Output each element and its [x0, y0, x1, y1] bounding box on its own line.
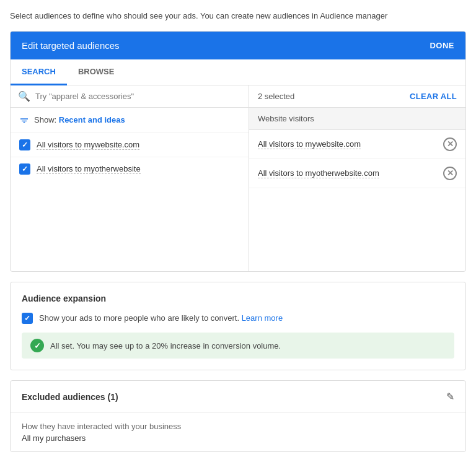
expansion-title: Audience expansion — [22, 294, 454, 303]
expansion-checkbox[interactable]: ✓ — [22, 313, 33, 324]
excluded-title: Excluded audiences (1) — [22, 392, 118, 402]
filter-row: Show: Recent and ideas — [11, 108, 249, 133]
remove-button-1[interactable]: ✕ — [443, 137, 457, 151]
success-text: All set. You may see up to a 20% increas… — [50, 341, 281, 350]
clear-all-button[interactable]: CLEAR ALL — [410, 92, 457, 101]
learn-more-link[interactable]: Learn more — [242, 313, 283, 323]
list-item: ✓ All visitors to mywebsite.com — [11, 133, 249, 157]
left-panel: 🔍 Show: Recent and ideas ✓ All visitors … — [11, 85, 249, 271]
excluded-header: Excluded audiences (1) ✎ — [11, 381, 465, 413]
filter-label: Show: Recent and ideas — [34, 115, 125, 124]
edit-icon[interactable]: ✎ — [446, 391, 454, 403]
page-description: Select audiences to define who should se… — [10, 10, 466, 22]
selected-bar: 2 selected CLEAR ALL — [249, 85, 465, 108]
table-row: All visitors to mywebsite.com ✕ — [249, 130, 465, 159]
search-input[interactable] — [35, 92, 241, 101]
search-box: 🔍 — [11, 85, 249, 108]
success-banner: ✓ All set. You may see up to a 20% incre… — [22, 333, 454, 359]
excluded-item: All my purchasers — [22, 433, 454, 443]
two-col-layout: 🔍 Show: Recent and ideas ✓ All visitors … — [11, 85, 465, 271]
right-item-label-1: All visitors to mywebsite.com — [258, 139, 361, 149]
search-icon: 🔍 — [18, 90, 30, 102]
right-panel: 2 selected CLEAR ALL Website visitors Al… — [249, 85, 465, 271]
expansion-text: Show your ads to more people who are lik… — [39, 312, 283, 324]
item-label-2[interactable]: All visitors to myotherwebsite — [37, 164, 141, 174]
excluded-subtitle: How they have interacted with your busin… — [22, 422, 454, 431]
filter-icon — [19, 115, 29, 125]
selected-count: 2 selected — [258, 92, 294, 101]
done-button[interactable]: DONE — [430, 41, 454, 50]
success-icon: ✓ — [30, 339, 44, 352]
expansion-checkbox-row: ✓ Show your ads to more people who are l… — [22, 312, 454, 324]
table-row: All visitors to myotherwebsite.com ✕ — [249, 159, 465, 188]
remove-button-2[interactable]: ✕ — [443, 167, 457, 180]
tab-search[interactable]: SEARCH — [11, 59, 67, 85]
targeted-audiences-card: Edit targeted audiences DONE SEARCH BROW… — [10, 31, 466, 272]
right-item-label-2: All visitors to myotherwebsite.com — [258, 168, 379, 178]
tab-browse[interactable]: BROWSE — [67, 59, 126, 85]
section-label: Website visitors — [249, 108, 465, 130]
audience-expansion-card: Audience expansion ✓ Show your ads to mo… — [10, 282, 466, 371]
checkbox-1[interactable]: ✓ — [19, 139, 30, 150]
tabs-row: SEARCH BROWSE — [11, 59, 465, 85]
excluded-audiences-card: Excluded audiences (1) ✎ How they have i… — [10, 380, 466, 452]
excluded-body: How they have interacted with your busin… — [11, 413, 465, 451]
list-item: ✓ All visitors to myotherwebsite — [11, 157, 249, 181]
card-header-title: Edit targeted audiences — [22, 40, 120, 51]
card-header: Edit targeted audiences DONE — [11, 32, 465, 59]
checkbox-2[interactable]: ✓ — [19, 163, 30, 175]
filter-value[interactable]: Recent and ideas — [59, 115, 125, 124]
item-label-1[interactable]: All visitors to mywebsite.com — [37, 140, 139, 150]
description-text: Select audiences to define who should se… — [10, 11, 387, 20]
